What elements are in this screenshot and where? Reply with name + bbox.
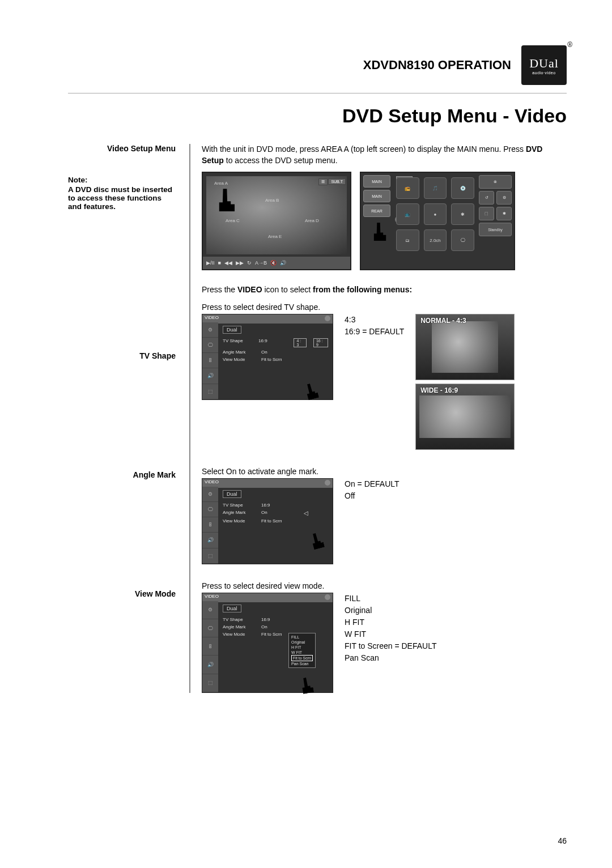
grid-cell-src[interactable]: 2.0ch: [424, 229, 447, 251]
viewmode-dropdown[interactable]: FILL Original H FIT W FIT Fit to Scrn Pa…: [288, 633, 316, 669]
settings-screen-tvshape: VIDEO ⚙ 🖵 🎚 🔊 ⬚ Dual TV Shape: [202, 314, 333, 400]
brand-badge: Dual: [223, 326, 241, 334]
option-item: On = DEFAULT: [345, 478, 400, 490]
row-val: 16:9: [261, 617, 292, 622]
side-icon[interactable]: ⬚: [479, 207, 494, 220]
tvshape-options: 4:3 16:9 = DEFAULT: [345, 314, 404, 338]
label-tv-shape: TV Shape: [68, 351, 176, 360]
area-d-label: Area D: [305, 218, 319, 223]
setting-row[interactable]: TV Shape 16:9 4 : 3 16 : 9: [223, 337, 328, 348]
page-title: DVD Setup Menu - Video: [68, 105, 567, 127]
close-icon[interactable]: ⊗: [479, 175, 512, 189]
ffwd-icon[interactable]: ▶▶: [236, 260, 244, 266]
page-number: 46: [558, 836, 567, 845]
angle-mark-block: Select On to activate angle mark. VIDEO …: [202, 467, 567, 564]
grid-cell-icon[interactable]: 🗂: [396, 229, 419, 251]
note-heading: Note:: [68, 176, 176, 184]
thumb-wide: WIDE - 16:9: [415, 384, 515, 450]
sidebar-icon[interactable]: 🔊: [202, 656, 218, 674]
grid-cell-icon[interactable]: ✱: [451, 203, 474, 225]
grid-cell-icon[interactable]: 📻: [396, 177, 419, 199]
grid-cell-icon[interactable]: 🎵: [424, 177, 447, 199]
playback-bar: ▶/II ■ ◀◀ ▶▶ ↻ A→B 🔇 🔊: [203, 257, 350, 269]
setting-row[interactable]: Angle Mark On ◁: [223, 509, 328, 517]
setting-row[interactable]: TV Shape 16:9: [223, 501, 328, 509]
sidebar-icon[interactable]: 🎚: [202, 517, 218, 533]
side-icon[interactable]: ⚙: [496, 191, 512, 205]
pv-c: icon to select: [262, 285, 313, 294]
sidebar-icon[interactable]: ⚙: [202, 322, 218, 338]
stop-icon[interactable]: ■: [218, 260, 221, 266]
row-key: View Mode: [223, 518, 257, 524]
area-e-label: Area E: [268, 234, 282, 239]
sidebar-icon[interactable]: 🖵: [202, 619, 218, 637]
grid-cell-icon[interactable]: 🖵: [451, 229, 474, 251]
row-key: TV Shape: [223, 617, 257, 622]
subtitle-icon: ☰: [318, 178, 328, 185]
settings-sidebar: ⚙ 🖵 🎚 🔊 ⬚: [202, 322, 218, 399]
dropdown-item[interactable]: W FIT: [291, 650, 313, 655]
setting-row[interactable]: View Mode Fit to Scrn: [223, 517, 328, 525]
row-key: View Mode: [223, 632, 257, 637]
menu-btn-main-2[interactable]: MAIN: [363, 190, 390, 202]
rewind-icon[interactable]: ◀◀: [224, 260, 232, 266]
setting-row[interactable]: Angle Mark On: [223, 348, 328, 356]
side-icon[interactable]: ↺: [479, 191, 494, 205]
dropdown-item[interactable]: Pan Scan: [291, 661, 313, 666]
play-pause-icon[interactable]: ▶/II: [206, 260, 215, 266]
menu-btn-rear[interactable]: REAR: [363, 205, 390, 217]
dropdown-item[interactable]: H FIT: [291, 645, 313, 650]
label-angle-mark: Angle Mark: [68, 470, 176, 479]
setting-row[interactable]: View Mode Fit to Scrn: [223, 356, 328, 363]
thumb-label: NORMAL - 4:3: [420, 317, 466, 325]
vol-icon[interactable]: 🔊: [280, 260, 286, 266]
side-icon[interactable]: ✱: [496, 207, 512, 220]
aspect-box[interactable]: 16 : 9: [313, 338, 328, 347]
repeat-icon[interactable]: ↻: [247, 260, 252, 266]
sidebar-icon[interactable]: ⚙: [202, 487, 218, 502]
viewmode-options: FILL Original H FIT W FIT FIT to Screen …: [345, 593, 436, 664]
grid-cell-icon[interactable]: 📺: [396, 203, 419, 225]
dropdown-item[interactable]: Original: [291, 640, 313, 645]
setting-row[interactable]: TV Shape 16:9: [223, 616, 328, 623]
pv-d: from the following menus:: [313, 285, 412, 294]
row-val: On: [261, 510, 292, 516]
label-view-mode: View Mode: [68, 589, 176, 598]
sidebar-icon[interactable]: ⚙: [202, 601, 218, 619]
close-icon[interactable]: [325, 316, 330, 321]
dropdown-item[interactable]: FILL: [291, 635, 313, 640]
setting-row[interactable]: Angle Mark On: [223, 623, 328, 631]
close-icon[interactable]: [325, 594, 330, 600]
anglemark-options: On = DEFAULT Off: [345, 478, 400, 502]
header-model: XDVDN8190: [363, 58, 435, 72]
option-item: 16:9 = DEFAULT: [345, 326, 404, 338]
grid-cell-icon[interactable]: 💿: [451, 177, 474, 199]
sidebar-icon[interactable]: 🔊: [202, 368, 218, 384]
aspect-box[interactable]: 4 : 3: [294, 338, 307, 347]
dropdown-item-selected[interactable]: Fit to Scrn: [291, 655, 313, 661]
sidebar-icon[interactable]: ⬚: [202, 548, 218, 564]
sidebar-icon[interactable]: ⬚: [202, 674, 218, 692]
option-item: Pan Scan: [345, 652, 436, 664]
sidebar-icon[interactable]: 🖵: [202, 502, 218, 517]
view-mode-block: Press to select desired view mode. VIDEO…: [202, 581, 567, 693]
sidebar-icon[interactable]: ⬚: [202, 384, 218, 399]
menu-btn-main-1[interactable]: MAIN: [363, 175, 390, 188]
pv-b: VIDEO: [237, 285, 262, 294]
standby-button[interactable]: Standby: [479, 223, 512, 236]
close-icon[interactable]: [325, 480, 330, 486]
mute-icon[interactable]: 🔇: [270, 260, 277, 266]
brand-logo: DUal audio·video: [521, 45, 567, 85]
menu-center-grid: 📻 🎵 💿 📺 ● ✱ 🗂 2.0ch 🖵: [394, 175, 477, 267]
tvshape-instruction: Press to select desired TV shape.: [202, 303, 567, 312]
sidebar-icon[interactable]: 🎚: [202, 637, 218, 656]
cursor-icon: ◁: [304, 510, 308, 516]
sidebar-icon[interactable]: 🖵: [202, 338, 218, 353]
ab-repeat-icon[interactable]: A→B: [255, 260, 267, 266]
option-item: W FIT: [345, 628, 436, 640]
settings-screen-anglemark: VIDEO ⚙ 🖵 🎚 🔊 ⬚ Dual TV Shape: [202, 478, 333, 564]
sidebar-icon[interactable]: 🔊: [202, 533, 218, 548]
sidebar-icon[interactable]: 🎚: [202, 353, 218, 368]
grid-cell-icon[interactable]: ●: [424, 203, 447, 225]
thumb-label: WIDE - 16:9: [420, 386, 458, 394]
